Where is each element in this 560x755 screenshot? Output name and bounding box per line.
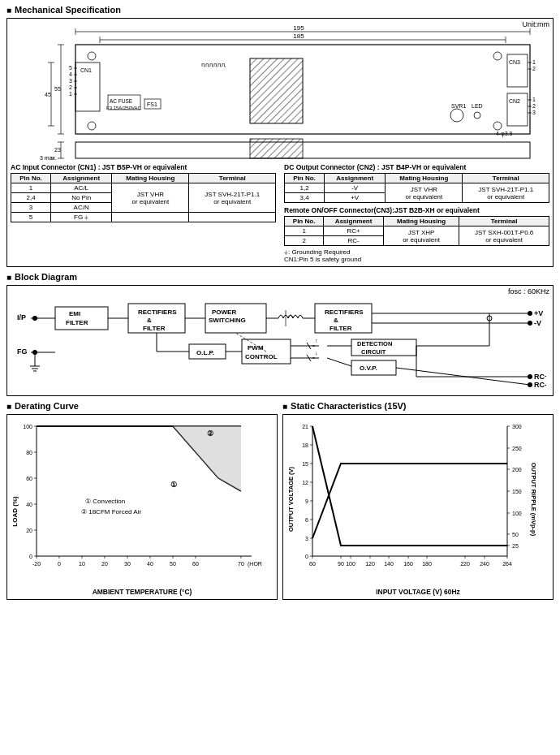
svg-text:100: 100 bbox=[346, 561, 355, 567]
table-row: 1 AC/L JST VHRor equivalent JST SVH-21T-… bbox=[11, 183, 276, 193]
svg-text:↓: ↓ bbox=[315, 350, 318, 356]
svg-text:2: 2 bbox=[532, 66, 536, 71]
cn1-table-container: AC Input Connector (CN1) : JST B5P-VH or… bbox=[11, 163, 276, 263]
derating-section: Derating Curve LOAD (%) 100 80 bbox=[6, 401, 278, 600]
svg-text:3: 3 bbox=[305, 536, 308, 541]
svg-text:↑: ↑ bbox=[315, 338, 318, 343]
static-chart: OUTPUT VOLTAGE (V) OUTPUT RIPPLE (mVp-p) bbox=[286, 418, 538, 585]
svg-point-47 bbox=[88, 52, 96, 60]
svg-text:140: 140 bbox=[384, 561, 394, 567]
svg-text:②: ② bbox=[207, 429, 213, 438]
svg-text:40: 40 bbox=[147, 561, 153, 567]
svg-text:FILTER: FILTER bbox=[143, 325, 166, 332]
svg-text:② 18CFM Forced Air: ② 18CFM Forced Air bbox=[81, 508, 141, 516]
svg-text:① Convection: ① Convection bbox=[85, 498, 125, 505]
svg-point-96 bbox=[528, 311, 532, 316]
svg-rect-26 bbox=[250, 58, 303, 123]
svg-text:30: 30 bbox=[124, 561, 131, 567]
svg-text:AC FUSE: AC FUSE bbox=[110, 98, 133, 104]
table-row: 1 RC+ JST XHPor equivalent JST SXH-001T-… bbox=[285, 226, 549, 236]
svg-text:15: 15 bbox=[302, 461, 308, 467]
svg-text:70: 70 bbox=[238, 561, 244, 567]
cn2-cn3-table-container: DC Output Connector (CN2) : JST B4P-VH o… bbox=[284, 163, 549, 263]
static-x-label: INPUT VOLTAGE (V) 60Hz bbox=[286, 588, 549, 596]
static-section: Static Characteristics (15V) OUTPUT VOLT… bbox=[282, 401, 554, 600]
svg-text:220: 220 bbox=[460, 561, 470, 567]
svg-text:SVR1: SVR1 bbox=[451, 103, 466, 109]
svg-text:6: 6 bbox=[305, 517, 308, 523]
svg-text:3: 3 bbox=[69, 78, 72, 84]
svg-text:0: 0 bbox=[58, 561, 61, 567]
svg-text:CN3: CN3 bbox=[509, 59, 520, 65]
ground-note: ⏚: Grounding Required CN1:Pin 5 is safet… bbox=[284, 248, 549, 263]
svg-text:FILTER: FILTER bbox=[66, 319, 88, 326]
bottom-sections: Derating Curve LOAD (%) 100 80 bbox=[6, 401, 554, 600]
svg-text:LOAD (%): LOAD (%) bbox=[11, 496, 19, 527]
svg-text:2: 2 bbox=[532, 103, 536, 109]
svg-text:SWITCHING: SWITCHING bbox=[209, 317, 246, 324]
svg-text:CN2: CN2 bbox=[509, 98, 520, 104]
svg-point-100 bbox=[528, 321, 532, 326]
fosc-label: fosc : 60KHz bbox=[508, 287, 549, 296]
svg-rect-65 bbox=[250, 139, 303, 158]
svg-text:3 max.: 3 max. bbox=[40, 155, 57, 160]
static-title: Static Characteristics (15V) bbox=[282, 401, 554, 411]
svg-text:CONTROL: CONTROL bbox=[245, 353, 278, 360]
svg-text:&: & bbox=[147, 317, 152, 324]
block-diagram-svg: I/P FG EMI FILTER RECTIFIERS & bbox=[11, 289, 546, 390]
derating-chart: LOAD (%) 100 80 60 40 bbox=[11, 418, 262, 585]
block-diagram-section: Block Diagram fosc : 60KHz I/P FG EMI bbox=[6, 272, 554, 396]
svg-text:18: 18 bbox=[302, 442, 308, 448]
svg-text:50: 50 bbox=[512, 532, 519, 537]
svg-text:60: 60 bbox=[26, 476, 32, 481]
svg-text:OUTPUT RIPPLE (mVp-p): OUTPUT RIPPLE (mVp-p) bbox=[530, 463, 537, 537]
cn1-col-mating: Mating Housing bbox=[112, 174, 189, 183]
connector-tables: AC Input Connector (CN1) : JST B5P-VH or… bbox=[11, 163, 549, 263]
svg-text:21: 21 bbox=[302, 424, 308, 429]
static-content: OUTPUT VOLTAGE (V) OUTPUT RIPPLE (mVp-p) bbox=[282, 414, 554, 600]
svg-text:20: 20 bbox=[101, 561, 108, 567]
svg-text:EMI: EMI bbox=[69, 310, 80, 317]
ip-label: I/P bbox=[17, 313, 26, 321]
table-row: 1,2 -V JST VHRor equivalent JST SVH-21T-… bbox=[285, 183, 549, 193]
svg-text:1: 1 bbox=[532, 97, 536, 102]
cn3-table: Pin No. Assignment Mating Housing Termin… bbox=[284, 216, 549, 246]
svg-text:(HORIZONTAL): (HORIZONTAL) bbox=[248, 561, 262, 567]
svg-point-49 bbox=[493, 52, 502, 60]
svg-text:RC-: RC- bbox=[534, 381, 546, 389]
svg-text:60: 60 bbox=[309, 561, 316, 567]
svg-text:3: 3 bbox=[532, 110, 536, 115]
svg-text:FS1: FS1 bbox=[147, 101, 157, 107]
mechanical-title: Mechanical Specification bbox=[6, 5, 554, 15]
svg-text:1: 1 bbox=[532, 59, 536, 65]
svg-point-131 bbox=[528, 382, 532, 387]
svg-text:CN1: CN1 bbox=[80, 67, 92, 73]
svg-text:150: 150 bbox=[512, 489, 522, 494]
svg-text:&: & bbox=[334, 317, 338, 324]
svg-text:-V: -V bbox=[534, 319, 541, 327]
svg-text:0: 0 bbox=[305, 554, 308, 559]
svg-text:90: 90 bbox=[338, 561, 344, 567]
svg-text:F3.15A/250VAC: F3.15A/250VAC bbox=[106, 106, 142, 110]
svg-text:O.V.P.: O.V.P. bbox=[360, 365, 377, 372]
cn1-col-terminal: Terminal bbox=[189, 174, 276, 183]
svg-point-43 bbox=[450, 109, 463, 122]
svg-text:10: 10 bbox=[79, 561, 85, 567]
svg-text:120: 120 bbox=[365, 561, 375, 567]
svg-text:LED: LED bbox=[472, 103, 483, 109]
table-row: 5 FG ⏚ bbox=[11, 213, 276, 222]
svg-text:DETECTION: DETECTION bbox=[357, 340, 392, 347]
svg-text:100: 100 bbox=[23, 424, 32, 429]
cn1-col-assign: Assignment bbox=[51, 174, 112, 183]
cn1-title: AC Input Connector (CN1) : JST B5P-VH or… bbox=[11, 163, 276, 171]
derating-content: LOAD (%) 100 80 60 40 bbox=[6, 414, 278, 600]
svg-text:264: 264 bbox=[502, 561, 512, 567]
svg-text:5: 5 bbox=[69, 65, 72, 71]
svg-text:-20: -20 bbox=[32, 561, 41, 567]
svg-text:+V: +V bbox=[534, 309, 543, 317]
svg-text:80: 80 bbox=[26, 450, 32, 455]
svg-text:CIRCUIT: CIRCUIT bbox=[361, 348, 386, 356]
cn2-title: DC Output Connector (CN2) : JST B4P-VH o… bbox=[284, 163, 549, 171]
block-content: fosc : 60KHz I/P FG EMI FILTER bbox=[6, 285, 554, 396]
svg-text:RECTIFIERS: RECTIFIERS bbox=[325, 308, 364, 316]
